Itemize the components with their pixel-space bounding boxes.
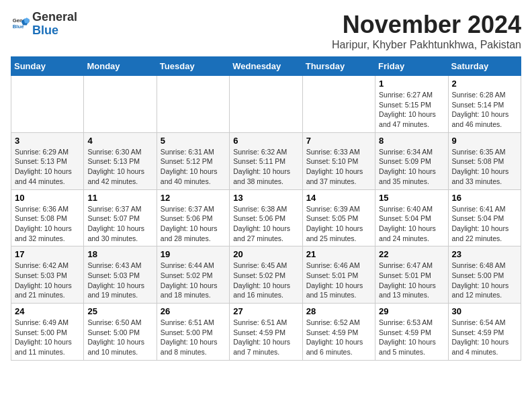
calendar-day-cell: 5Sunrise: 6:31 AM Sunset: 5:12 PM Daylig… — [157, 132, 229, 189]
day-number: 21 — [306, 249, 371, 259]
calendar-day-cell: 15Sunrise: 6:40 AM Sunset: 5:04 PM Dayli… — [375, 189, 448, 246]
day-number: 20 — [233, 249, 298, 259]
day-number: 16 — [452, 193, 517, 203]
calendar-day-cell: 21Sunrise: 6:46 AM Sunset: 5:01 PM Dayli… — [302, 246, 375, 304]
calendar-week-row: 10Sunrise: 6:36 AM Sunset: 5:08 PM Dayli… — [11, 189, 521, 246]
calendar-day-cell — [157, 76, 229, 133]
logo-blue-text: Blue — [32, 24, 58, 37]
day-info: Sunrise: 6:42 AM Sunset: 5:03 PM Dayligh… — [15, 261, 80, 300]
location-subtitle: Haripur, Khyber Pakhtunkhwa, Pakistan — [332, 39, 521, 51]
logo-icon: General Blue — [11, 15, 30, 34]
page-header: General Blue General Blue November 2024 … — [11, 11, 521, 51]
calendar-day-cell: 22Sunrise: 6:47 AM Sunset: 5:01 PM Dayli… — [375, 246, 448, 304]
day-info: Sunrise: 6:35 AM Sunset: 5:08 PM Dayligh… — [452, 147, 517, 187]
day-info: Sunrise: 6:53 AM Sunset: 4:59 PM Dayligh… — [379, 318, 444, 357]
calendar-day-cell: 20Sunrise: 6:45 AM Sunset: 5:02 PM Dayli… — [230, 246, 302, 304]
weekday-header-friday: Friday — [375, 57, 448, 76]
day-number: 12 — [161, 193, 226, 203]
day-number: 7 — [306, 136, 371, 146]
day-number: 22 — [379, 249, 444, 259]
day-number: 6 — [233, 136, 298, 146]
day-number: 11 — [87, 193, 152, 203]
calendar-day-cell: 30Sunrise: 6:54 AM Sunset: 4:59 PM Dayli… — [448, 304, 521, 361]
day-info: Sunrise: 6:29 AM Sunset: 5:13 PM Dayligh… — [15, 147, 80, 187]
day-number: 14 — [306, 193, 371, 203]
calendar-day-cell — [84, 76, 157, 133]
day-info: Sunrise: 6:30 AM Sunset: 5:13 PM Dayligh… — [87, 147, 152, 187]
logo: General Blue General Blue — [11, 11, 77, 38]
day-info: Sunrise: 6:50 AM Sunset: 5:00 PM Dayligh… — [87, 318, 152, 357]
calendar-day-cell — [230, 76, 302, 133]
weekday-header-tuesday: Tuesday — [157, 57, 229, 76]
day-number: 9 — [452, 136, 517, 146]
day-number: 13 — [233, 193, 298, 203]
calendar-day-cell: 2Sunrise: 6:28 AM Sunset: 5:14 PM Daylig… — [448, 76, 521, 133]
calendar-header-row: SundayMondayTuesdayWednesdayThursdayFrid… — [11, 57, 521, 76]
day-info: Sunrise: 6:45 AM Sunset: 5:02 PM Dayligh… — [233, 261, 298, 300]
day-number: 23 — [452, 249, 517, 259]
day-info: Sunrise: 6:33 AM Sunset: 5:10 PM Dayligh… — [306, 147, 371, 187]
calendar-day-cell: 16Sunrise: 6:41 AM Sunset: 5:04 PM Dayli… — [448, 189, 521, 246]
day-number: 27 — [233, 306, 298, 316]
day-info: Sunrise: 6:51 AM Sunset: 4:59 PM Dayligh… — [233, 318, 298, 357]
day-number: 2 — [452, 79, 517, 89]
calendar-day-cell: 11Sunrise: 6:37 AM Sunset: 5:07 PM Dayli… — [84, 189, 157, 246]
day-info: Sunrise: 6:31 AM Sunset: 5:12 PM Dayligh… — [161, 147, 226, 187]
day-number: 25 — [87, 306, 152, 316]
day-number: 5 — [161, 136, 226, 146]
calendar-day-cell: 12Sunrise: 6:37 AM Sunset: 5:06 PM Dayli… — [157, 189, 229, 246]
day-info: Sunrise: 6:39 AM Sunset: 5:05 PM Dayligh… — [306, 204, 371, 244]
day-info: Sunrise: 6:47 AM Sunset: 5:01 PM Dayligh… — [379, 261, 444, 300]
calendar-day-cell: 25Sunrise: 6:50 AM Sunset: 5:00 PM Dayli… — [84, 304, 157, 361]
weekday-header-thursday: Thursday — [302, 57, 375, 76]
calendar-day-cell: 7Sunrise: 6:33 AM Sunset: 5:10 PM Daylig… — [302, 132, 375, 189]
day-number: 29 — [379, 306, 444, 316]
calendar-day-cell: 4Sunrise: 6:30 AM Sunset: 5:13 PM Daylig… — [84, 132, 157, 189]
calendar-day-cell: 9Sunrise: 6:35 AM Sunset: 5:08 PM Daylig… — [448, 132, 521, 189]
calendar-week-row: 24Sunrise: 6:49 AM Sunset: 5:00 PM Dayli… — [11, 304, 521, 361]
day-info: Sunrise: 6:41 AM Sunset: 5:04 PM Dayligh… — [452, 204, 517, 244]
calendar-day-cell: 23Sunrise: 6:48 AM Sunset: 5:00 PM Dayli… — [448, 246, 521, 304]
day-number: 24 — [15, 306, 80, 316]
calendar-day-cell: 28Sunrise: 6:52 AM Sunset: 4:59 PM Dayli… — [302, 304, 375, 361]
calendar-week-row: 17Sunrise: 6:42 AM Sunset: 5:03 PM Dayli… — [11, 246, 521, 304]
calendar-day-cell — [11, 76, 84, 133]
day-number: 28 — [306, 306, 371, 316]
day-info: Sunrise: 6:40 AM Sunset: 5:04 PM Dayligh… — [379, 204, 444, 244]
weekday-header-monday: Monday — [84, 57, 157, 76]
day-info: Sunrise: 6:43 AM Sunset: 5:03 PM Dayligh… — [87, 261, 152, 300]
calendar-day-cell: 26Sunrise: 6:51 AM Sunset: 5:00 PM Dayli… — [157, 304, 229, 361]
day-info: Sunrise: 6:28 AM Sunset: 5:14 PM Dayligh… — [452, 90, 517, 130]
month-title: November 2024 — [332, 11, 521, 39]
day-info: Sunrise: 6:48 AM Sunset: 5:00 PM Dayligh… — [452, 261, 517, 300]
day-info: Sunrise: 6:52 AM Sunset: 4:59 PM Dayligh… — [306, 318, 371, 357]
day-info: Sunrise: 6:34 AM Sunset: 5:09 PM Dayligh… — [379, 147, 444, 187]
calendar-day-cell: 17Sunrise: 6:42 AM Sunset: 5:03 PM Dayli… — [11, 246, 84, 304]
title-block: November 2024 Haripur, Khyber Pakhtunkhw… — [332, 11, 521, 51]
calendar-day-cell: 10Sunrise: 6:36 AM Sunset: 5:08 PM Dayli… — [11, 189, 84, 246]
day-info: Sunrise: 6:36 AM Sunset: 5:08 PM Dayligh… — [15, 204, 80, 244]
day-info: Sunrise: 6:27 AM Sunset: 5:15 PM Dayligh… — [379, 90, 444, 130]
day-number: 1 — [379, 79, 444, 89]
day-number: 26 — [161, 306, 226, 316]
day-info: Sunrise: 6:32 AM Sunset: 5:11 PM Dayligh… — [233, 147, 298, 187]
day-info: Sunrise: 6:54 AM Sunset: 4:59 PM Dayligh… — [452, 318, 517, 357]
calendar-day-cell: 19Sunrise: 6:44 AM Sunset: 5:02 PM Dayli… — [157, 246, 229, 304]
day-info: Sunrise: 6:46 AM Sunset: 5:01 PM Dayligh… — [306, 261, 371, 300]
calendar-day-cell: 3Sunrise: 6:29 AM Sunset: 5:13 PM Daylig… — [11, 132, 84, 189]
logo-general-text: General — [32, 10, 77, 24]
day-number: 30 — [452, 306, 517, 316]
calendar-day-cell — [302, 76, 375, 133]
calendar-day-cell: 1Sunrise: 6:27 AM Sunset: 5:15 PM Daylig… — [375, 76, 448, 133]
calendar-day-cell: 27Sunrise: 6:51 AM Sunset: 4:59 PM Dayli… — [230, 304, 302, 361]
calendar-week-row: 3Sunrise: 6:29 AM Sunset: 5:13 PM Daylig… — [11, 132, 521, 189]
calendar-day-cell: 24Sunrise: 6:49 AM Sunset: 5:00 PM Dayli… — [11, 304, 84, 361]
weekday-header-wednesday: Wednesday — [230, 57, 302, 76]
calendar-week-row: 1Sunrise: 6:27 AM Sunset: 5:15 PM Daylig… — [11, 76, 521, 133]
day-number: 8 — [379, 136, 444, 146]
day-info: Sunrise: 6:38 AM Sunset: 5:06 PM Dayligh… — [233, 204, 298, 244]
day-info: Sunrise: 6:37 AM Sunset: 5:07 PM Dayligh… — [87, 204, 152, 244]
calendar-day-cell: 8Sunrise: 6:34 AM Sunset: 5:09 PM Daylig… — [375, 132, 448, 189]
calendar-day-cell: 6Sunrise: 6:32 AM Sunset: 5:11 PM Daylig… — [230, 132, 302, 189]
weekday-header-sunday: Sunday — [11, 57, 84, 76]
